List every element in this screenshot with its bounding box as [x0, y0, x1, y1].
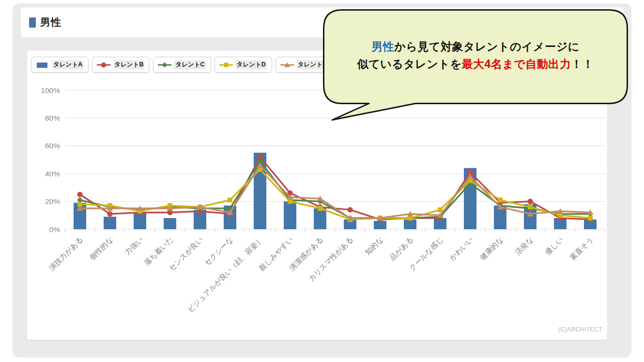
svg-text:60%: 60%	[45, 142, 60, 150]
svg-text:100%: 100%	[41, 86, 60, 94]
svg-text:0%: 0%	[49, 225, 61, 234]
svg-text:演技力がある: 演技力がある	[47, 235, 84, 272]
svg-text:力強い: 力強い	[123, 235, 144, 256]
callout-text: 男性から見て対象タレントのイメージに 似ているタレントを最大4名まで自動出力！！	[322, 38, 629, 73]
svg-text:かわいい: かわいい	[448, 235, 475, 262]
svg-text:品がある: 品がある	[388, 235, 414, 262]
callout-highlight-male: 男性	[371, 40, 394, 53]
svg-text:優しい: 優しい	[543, 235, 565, 257]
svg-text:20%: 20%	[45, 197, 60, 205]
svg-text:活発な: 活発な	[513, 235, 535, 256]
svg-text:素直そう: 素直そう	[568, 235, 595, 262]
svg-text:落ち着いた: 落ち着いた	[142, 235, 174, 267]
svg-text:80%: 80%	[45, 114, 60, 122]
svg-text:セクシーな: セクシーな	[202, 235, 234, 267]
svg-text:40%: 40%	[45, 170, 60, 178]
title-bullet-icon	[29, 17, 36, 28]
page-title: 男性	[40, 16, 61, 29]
svg-text:知的な: 知的な	[363, 235, 384, 256]
svg-text:個性的な: 個性的な	[88, 235, 114, 262]
callout-line-2: 似ているタレントを最大4名まで自動出力！！	[322, 55, 629, 73]
callout-bubble: 男性から見て対象タレントのイメージに 似ているタレントを最大4名まで自動出力！！	[322, 9, 629, 121]
copyright-text: (C)ARCHITECT	[558, 326, 602, 333]
callout-line-1: 男性から見て対象タレントのイメージに	[322, 38, 629, 55]
svg-text:健康的な: 健康的な	[478, 235, 505, 262]
callout-highlight-output: 最大4名まで自動出力	[461, 58, 571, 70]
